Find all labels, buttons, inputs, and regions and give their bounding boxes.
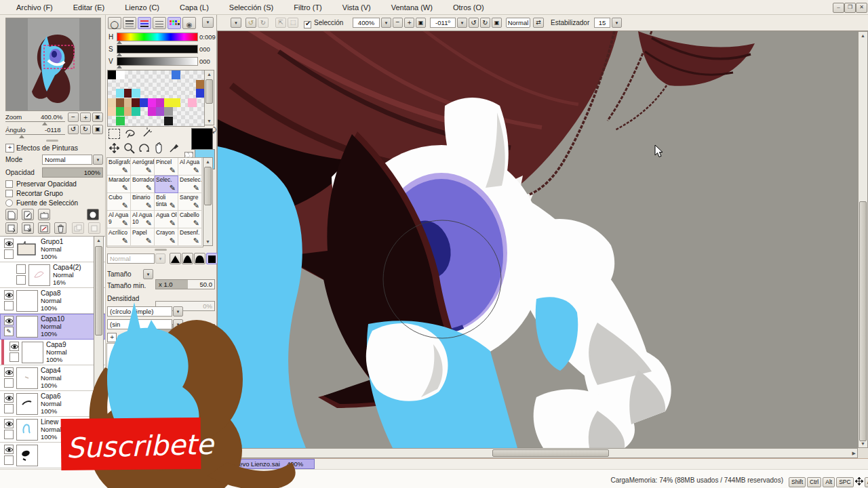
- swatch-scroll-up-icon[interactable]: ▲: [205, 72, 214, 77]
- rgb-slider-toggle[interactable]: [138, 17, 151, 29]
- canvas-hscroll-thumb[interactable]: [492, 449, 609, 457]
- clip-group-checkbox[interactable]: [5, 190, 13, 197]
- new-layer-button[interactable]: [5, 209, 18, 220]
- layer-row-Grupo1[interactable]: Grupo1Normal100%: [0, 237, 105, 262]
- nav-zoom-slider[interactable]: [5, 121, 65, 122]
- tool-panel-drag-handle[interactable]: [155, 249, 167, 251]
- zoom-tool-icon[interactable]: [123, 142, 135, 157]
- swap-colors-icon[interactable]: ⤸: [212, 126, 216, 134]
- blend-mode-button[interactable]: Normal: [506, 18, 530, 28]
- tool-scroll-thumb[interactable]: [204, 167, 212, 205]
- menu-item-8[interactable]: Otros (O): [453, 3, 484, 12]
- eyedropper-tool-icon[interactable]: [168, 142, 180, 157]
- toolbar-dropdown-button[interactable]: ▼: [231, 18, 241, 28]
- swatch-palette[interactable]: [107, 70, 205, 127]
- palette-swatch[interactable]: [116, 70, 125, 79]
- tool-deselec-[interactable]: Deselec.✎: [178, 176, 202, 193]
- stabilizer-field[interactable]: 15: [594, 18, 610, 28]
- subscribe-banner[interactable]: Suscribete: [61, 418, 216, 470]
- swatch-scroll-thumb[interactable]: [205, 79, 213, 104]
- nav-rotate-ccw-button[interactable]: ↺: [68, 125, 79, 134]
- layer-visibility-toggle[interactable]: [4, 316, 14, 325]
- tool-marador[interactable]: Marador✎: [107, 176, 131, 193]
- palette-swatch[interactable]: [172, 98, 180, 107]
- nav-rotate-cw-button[interactable]: ↻: [80, 125, 91, 134]
- hand-tool-icon[interactable]: [153, 142, 165, 157]
- menu-item-6[interactable]: Vista (V): [342, 3, 371, 12]
- menu-item-5[interactable]: Filtro (T): [294, 3, 322, 12]
- palette-swatch[interactable]: [164, 117, 173, 125]
- crop-button[interactable]: ⬚: [288, 18, 298, 28]
- tool-boli-tinta[interactable]: Boli tinta✎: [155, 193, 178, 211]
- magic-wand-tool-icon[interactable]: [141, 127, 153, 141]
- tool-pincel[interactable]: Pincel✎: [155, 158, 178, 176]
- zoom-out-button[interactable]: −: [393, 18, 403, 28]
- marquee-tool-icon[interactable]: [108, 129, 120, 139]
- tool-acr-lico[interactable]: Acrílico✎: [107, 228, 131, 246]
- layer-row-Capa4(2)[interactable]: Capa4(2)Normal16%: [0, 262, 105, 288]
- val-slider-marker[interactable]: [117, 65, 122, 68]
- tool-cabello[interactable]: Cabello✎: [178, 211, 202, 228]
- clear-layer-button[interactable]: [38, 222, 50, 234]
- tool-aer-graf[interactable]: Aerógraf✎: [131, 158, 155, 176]
- layer-visibility-toggle[interactable]: [4, 290, 14, 300]
- canvas-scroll-up-icon[interactable]: ▲: [859, 33, 867, 38]
- brush-size-unit-dropdown[interactable]: ▼: [143, 269, 153, 279]
- swatch-scrollbar[interactable]: ▲ ▼: [204, 70, 214, 125]
- sat-slider[interactable]: [117, 45, 198, 54]
- brush-edge-flat-button[interactable]: [206, 253, 218, 264]
- redo-button[interactable]: ↻: [258, 18, 269, 28]
- nav-angle-slider[interactable]: [5, 134, 65, 135]
- sat-slider-marker[interactable]: [117, 53, 122, 56]
- palette-swatch[interactable]: [172, 70, 180, 79]
- layer-visibility-toggle[interactable]: [4, 367, 14, 377]
- palette-swatch[interactable]: [116, 117, 125, 125]
- val-slider[interactable]: [117, 57, 198, 66]
- zoom-field[interactable]: 400%: [353, 18, 380, 28]
- layer-paint-indicator[interactable]: [9, 352, 19, 362]
- panel-drag-handle[interactable]: [46, 140, 58, 142]
- layer-paint-indicator[interactable]: ✎: [4, 327, 14, 336]
- copy-layer-button[interactable]: [72, 222, 84, 234]
- rotate-tool-icon[interactable]: [138, 142, 150, 157]
- menu-item-2[interactable]: Lienzo (C): [125, 3, 159, 12]
- layer-visibility-toggle[interactable]: [4, 239, 14, 248]
- nav-zoom-in-button[interactable]: ＋: [80, 113, 91, 122]
- tool-cubo[interactable]: Cubo✎: [107, 193, 131, 211]
- mode-select-dropdown[interactable]: ▼: [93, 155, 103, 165]
- gray-bars-toggle[interactable]: [123, 17, 136, 29]
- transform-button[interactable]: ⇱: [275, 18, 286, 28]
- minimize-button[interactable]: –: [833, 3, 844, 13]
- seleccion-checkbox[interactable]: ✔: [304, 19, 311, 31]
- zoom-in-button[interactable]: ＋: [404, 18, 414, 28]
- move-tool-icon[interactable]: [108, 142, 120, 157]
- clip-group-row[interactable]: Recortar Grupo: [5, 190, 63, 197]
- tool-binario[interactable]: Binario✎: [131, 193, 155, 211]
- hue-slider-marker[interactable]: [117, 41, 122, 44]
- tool-desenf-[interactable]: Desenf.✎: [178, 228, 202, 246]
- tool-borrador[interactable]: Borrador✎: [131, 176, 155, 193]
- brush-edge-hard-button[interactable]: [170, 253, 181, 264]
- swatch-scroll-down-icon[interactable]: ▼: [205, 119, 214, 123]
- restore-button[interactable]: ❐: [844, 3, 856, 13]
- tool-al-agua-9[interactable]: Al Agua 9✎: [107, 211, 131, 228]
- selection-source-radio[interactable]: [5, 199, 13, 207]
- layer-visibility-toggle[interactable]: [4, 393, 14, 403]
- palette-swatch[interactable]: [164, 107, 173, 116]
- tool-sangre[interactable]: Sangre✎: [178, 193, 202, 211]
- angle-field[interactable]: -011º: [430, 18, 456, 28]
- canvas-viewport[interactable]: [218, 31, 858, 448]
- layer-paint-indicator[interactable]: [4, 301, 14, 310]
- brush-blend-dropdown[interactable]: ▼: [155, 253, 165, 264]
- tool-al-agua-10[interactable]: Al Agua 10✎: [131, 211, 155, 228]
- layer-paint-indicator[interactable]: [16, 275, 26, 285]
- canvas-scroll-down-icon[interactable]: ▼: [859, 441, 867, 446]
- tool-agua-ol[interactable]: Agua Ol✎: [155, 211, 178, 228]
- transfer-down-button[interactable]: [5, 222, 18, 234]
- canvas-vscroll-thumb[interactable]: [859, 201, 867, 441]
- layer-visibility-toggle[interactable]: [16, 264, 26, 274]
- angle-dropdown[interactable]: ▼: [457, 18, 467, 28]
- layer-paint-indicator[interactable]: [4, 430, 14, 439]
- opacity-slider[interactable]: 100%: [42, 167, 103, 178]
- paste-layer-button[interactable]: [88, 222, 100, 234]
